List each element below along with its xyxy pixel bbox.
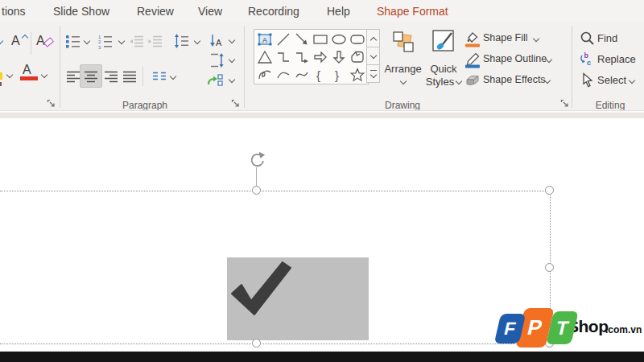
decrease-indent-button[interactable] [129, 33, 145, 49]
tab-slide-show[interactable]: Slide Show [53, 5, 109, 18]
font-color-caret-icon[interactable] [41, 72, 47, 78]
bullets-button[interactable] [65, 33, 81, 49]
gallery-scroll-up-button[interactable] [366, 29, 380, 47]
numbering-caret-icon[interactable] [118, 38, 125, 44]
shape-left-brace-icon[interactable]: { [312, 67, 328, 83]
rotate-handle-stem [256, 167, 257, 187]
quick-styles-label-line2: Styles [423, 76, 464, 88]
bottom-dark-bar [0, 352, 644, 362]
shape-triangle-icon[interactable] [257, 49, 273, 65]
justify-button[interactable] [122, 68, 138, 84]
arrange-label: Arrange [384, 63, 422, 75]
tab-view[interactable]: View [198, 5, 222, 18]
columns-button[interactable] [151, 68, 167, 84]
shape-outline-button[interactable]: Shape Outline [463, 50, 556, 69]
select-cursor-icon [581, 72, 594, 88]
highlight-color-icon-partial[interactable] [0, 72, 2, 80]
shapes-gallery: A [254, 29, 369, 84]
quick-styles-label-line1: Quick [423, 63, 464, 75]
logo-letter-f: F [502, 319, 518, 339]
clear-formatting-button[interactable]: A [36, 34, 45, 48]
line-spacing-caret-icon[interactable] [194, 38, 200, 44]
text-direction-button[interactable]: A [208, 32, 226, 50]
gallery-more-button[interactable] [366, 64, 380, 83]
shape-rounded-rectangle-icon[interactable] [349, 31, 365, 47]
tab-recording[interactable]: Recording [248, 5, 299, 18]
font-color-button[interactable]: A [23, 63, 31, 77]
handle-bottom-center[interactable] [252, 339, 261, 348]
highlight-dropdown-caret-icon[interactable] [6, 72, 13, 78]
text-direction-caret-icon[interactable] [229, 37, 235, 43]
select-caret-icon [629, 77, 635, 84]
quick-styles-button[interactable]: Quick Styles [423, 27, 464, 105]
find-button[interactable]: Find [576, 30, 641, 47]
group-divider [60, 26, 60, 108]
shape-oval-icon[interactable] [331, 31, 347, 47]
numbering-button[interactable]: 1 2 3 [97, 33, 114, 49]
powerpoint-window: tions Slide Show Review View Recording H… [0, 0, 644, 362]
svg-text:{: { [316, 68, 320, 82]
logo-letter-t: T [554, 317, 571, 339]
svg-text:1: 1 [98, 35, 101, 39]
decrease-font-size-icon-partial[interactable] [0, 38, 3, 44]
shape-star-icon[interactable] [349, 67, 365, 83]
group-divider [572, 26, 572, 108]
shape-elbow-connector-icon[interactable] [275, 49, 291, 65]
handle-top-right[interactable] [545, 186, 554, 195]
shape-line-icon[interactable] [275, 31, 291, 47]
handle-top-center[interactable] [252, 186, 261, 195]
shape-rectangle-icon[interactable] [312, 31, 328, 47]
paragraph-dialog-launcher[interactable] [231, 99, 240, 108]
shape-block-right-arrow-icon[interactable] [312, 49, 328, 65]
replace-button[interactable]: bc Replace [576, 51, 644, 68]
shape-effects-button[interactable]: Shape Effects [463, 71, 555, 90]
find-icon [580, 31, 595, 46]
arrange-caret-icon [400, 78, 407, 84]
gallery-scroll-down-button[interactable] [366, 47, 380, 65]
smartart-caret-icon[interactable] [229, 76, 235, 83]
svg-text:A: A [216, 38, 222, 47]
align-text-caret-icon[interactable] [229, 56, 235, 63]
tab-help[interactable]: Help [327, 5, 350, 18]
tab-transitions-partial[interactable]: tions [2, 5, 26, 18]
shape-block-down-arrow-icon[interactable] [331, 49, 347, 65]
checkmark-glyph [229, 261, 294, 318]
shape-right-brace-icon[interactable]: } [331, 67, 347, 83]
drawing-dialog-launcher[interactable] [560, 99, 569, 108]
shape-text-box-icon[interactable]: A [257, 31, 273, 47]
shape-arrow-icon[interactable] [294, 31, 310, 47]
checkmark-image[interactable] [227, 257, 369, 340]
arrange-button[interactable]: Arrange [384, 27, 422, 105]
slide-area-top-strip [0, 113, 644, 118]
ribbon: A A A 1 2 3 [0, 23, 644, 111]
select-button[interactable]: Select [576, 72, 644, 89]
bullets-caret-icon[interactable] [84, 38, 90, 44]
font-dialog-launcher[interactable] [47, 99, 56, 108]
menu-bar: tions Slide Show Review View Recording H… [0, 0, 644, 23]
shape-freeform-icon[interactable] [349, 49, 365, 65]
columns-caret-icon[interactable] [170, 73, 176, 80]
mini-divider [142, 67, 143, 86]
tab-shape-format[interactable]: Shape Format [377, 5, 448, 18]
shape-fill-button[interactable]: Shape Fill [463, 29, 543, 48]
convert-to-smartart-button[interactable] [207, 72, 225, 89]
handle-middle-right[interactable] [545, 263, 554, 272]
grow-font-button[interactable]: A [11, 34, 20, 48]
increase-indent-button[interactable] [147, 33, 163, 49]
select-label: Select [597, 74, 626, 86]
shape-elbow-arrow-connector-icon[interactable] [294, 49, 310, 65]
shape-fill-label: Shape Fill [483, 32, 528, 43]
arrange-icon [391, 31, 415, 55]
tab-review[interactable]: Review [137, 5, 174, 18]
align-text-button[interactable] [208, 51, 226, 69]
line-spacing-button[interactable] [174, 33, 190, 49]
align-left-button[interactable] [65, 68, 81, 84]
shape-effects-label: Shape Effects [483, 74, 546, 85]
find-label: Find [597, 32, 617, 44]
shape-scribble-icon[interactable] [257, 67, 273, 83]
shape-curve-icon[interactable] [294, 67, 310, 83]
shape-arc-icon[interactable] [275, 67, 291, 83]
align-right-button[interactable] [103, 68, 119, 84]
replace-icon: bc [578, 51, 596, 68]
rotate-handle[interactable] [248, 151, 266, 169]
